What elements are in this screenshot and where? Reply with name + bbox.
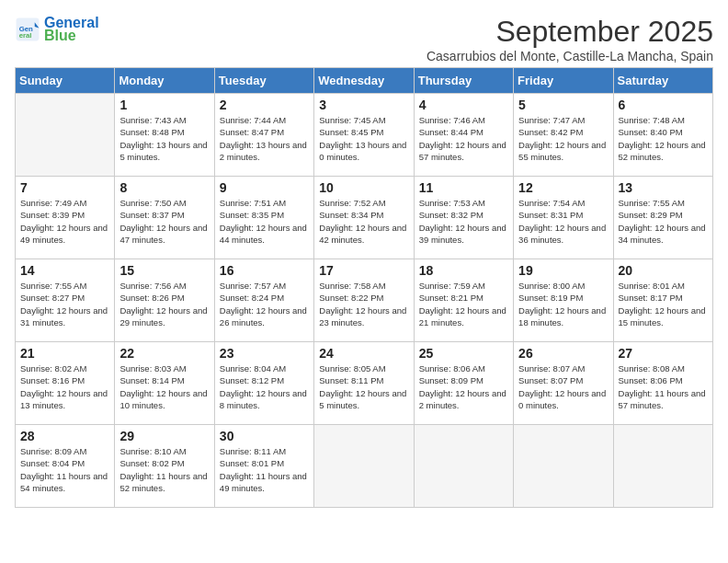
week-row-3: 14Sunrise: 7:55 AM Sunset: 8:27 PM Dayli… [16,259,713,342]
calendar-cell: 4Sunrise: 7:46 AM Sunset: 8:44 PM Daylig… [414,94,513,177]
day-number: 29 [119,429,209,443]
calendar-title: September 2025 [427,15,713,49]
day-number: 13 [619,180,708,195]
day-info: Sunrise: 8:03 AM Sunset: 8:14 PM Dayligh… [119,362,209,411]
weekday-header-wednesday: Wednesday [314,68,414,94]
weekday-header-friday: Friday [514,68,613,94]
day-number: 21 [20,346,109,361]
day-number: 5 [518,98,608,112]
day-number: 11 [419,180,508,195]
calendar-cell: 23Sunrise: 8:04 AM Sunset: 8:12 PM Dayli… [214,342,313,425]
week-row-2: 7Sunrise: 7:49 AM Sunset: 8:39 PM Daylig… [16,177,713,259]
day-info: Sunrise: 7:55 AM Sunset: 8:29 PM Dayligh… [619,197,708,246]
day-info: Sunrise: 7:47 AM Sunset: 8:42 PM Dayligh… [518,114,608,163]
day-info: Sunrise: 8:02 AM Sunset: 8:16 PM Dayligh… [20,362,109,411]
day-number: 3 [319,98,408,112]
day-info: Sunrise: 7:53 AM Sunset: 8:32 PM Dayligh… [419,197,508,246]
day-number: 14 [20,263,109,278]
calendar-cell [613,425,712,508]
weekday-header-thursday: Thursday [414,68,513,94]
day-info: Sunrise: 7:46 AM Sunset: 8:44 PM Dayligh… [419,114,508,163]
calendar-cell: 29Sunrise: 8:10 AM Sunset: 8:02 PM Dayli… [115,425,214,508]
day-number: 22 [119,346,209,361]
calendar-cell: 27Sunrise: 8:08 AM Sunset: 8:06 PM Dayli… [613,342,712,425]
weekday-header-tuesday: Tuesday [214,68,313,94]
day-number: 12 [518,180,608,195]
calendar-subtitle: Casarrubios del Monte, Castille-La Manch… [427,49,713,63]
week-row-1: 1Sunrise: 7:43 AM Sunset: 8:48 PM Daylig… [16,94,713,177]
calendar-cell [414,425,513,508]
calendar-cell: 26Sunrise: 8:07 AM Sunset: 8:07 PM Dayli… [514,342,613,425]
calendar-body: 1Sunrise: 7:43 AM Sunset: 8:48 PM Daylig… [16,94,713,508]
calendar-cell [314,425,414,508]
calendar-cell: 21Sunrise: 8:02 AM Sunset: 8:16 PM Dayli… [16,342,115,425]
day-number: 2 [220,98,309,112]
day-info: Sunrise: 7:59 AM Sunset: 8:21 PM Dayligh… [419,280,508,328]
calendar-cell: 22Sunrise: 8:03 AM Sunset: 8:14 PM Dayli… [115,342,214,425]
calendar-cell: 20Sunrise: 8:01 AM Sunset: 8:17 PM Dayli… [613,259,712,342]
calendar-cell [16,94,115,177]
calendar-cell: 3Sunrise: 7:45 AM Sunset: 8:45 PM Daylig… [314,94,414,177]
weekday-header-sunday: Sunday [16,68,115,94]
day-info: Sunrise: 8:00 AM Sunset: 8:19 PM Dayligh… [518,280,608,328]
day-info: Sunrise: 8:06 AM Sunset: 8:09 PM Dayligh… [419,362,508,411]
day-number: 19 [518,263,608,278]
calendar-table: SundayMondayTuesdayWednesdayThursdayFrid… [15,67,713,508]
day-number: 1 [119,98,209,112]
day-number: 17 [319,263,408,278]
day-number: 24 [319,346,408,361]
calendar-cell: 10Sunrise: 7:52 AM Sunset: 8:34 PM Dayli… [314,177,414,259]
calendar-cell: 28Sunrise: 8:09 AM Sunset: 8:04 PM Dayli… [16,425,115,508]
day-number: 16 [220,263,309,278]
day-info: Sunrise: 8:11 AM Sunset: 8:01 PM Dayligh… [220,445,309,494]
calendar-cell: 8Sunrise: 7:50 AM Sunset: 8:37 PM Daylig… [115,177,214,259]
week-row-4: 21Sunrise: 8:02 AM Sunset: 8:16 PM Dayli… [16,342,713,425]
calendar-cell: 1Sunrise: 7:43 AM Sunset: 8:48 PM Daylig… [115,94,214,177]
calendar-cell: 7Sunrise: 7:49 AM Sunset: 8:39 PM Daylig… [16,177,115,259]
calendar-cell: 2Sunrise: 7:44 AM Sunset: 8:47 PM Daylig… [214,94,313,177]
calendar-cell: 15Sunrise: 7:56 AM Sunset: 8:26 PM Dayli… [115,259,214,342]
day-number: 7 [20,180,109,195]
day-number: 26 [518,346,608,361]
day-number: 8 [119,180,209,195]
calendar-cell: 11Sunrise: 7:53 AM Sunset: 8:32 PM Dayli… [414,177,513,259]
day-info: Sunrise: 7:43 AM Sunset: 8:48 PM Dayligh… [119,114,209,163]
week-row-5: 28Sunrise: 8:09 AM Sunset: 8:04 PM Dayli… [16,425,713,508]
day-info: Sunrise: 7:44 AM Sunset: 8:47 PM Dayligh… [220,114,309,163]
calendar-cell: 17Sunrise: 7:58 AM Sunset: 8:22 PM Dayli… [314,259,414,342]
title-block: September 2025 Casarrubios del Monte, Ca… [427,15,713,63]
calendar-cell: 16Sunrise: 7:57 AM Sunset: 8:24 PM Dayli… [214,259,313,342]
day-info: Sunrise: 8:08 AM Sunset: 8:06 PM Dayligh… [619,362,708,411]
day-info: Sunrise: 7:49 AM Sunset: 8:39 PM Dayligh… [20,197,109,246]
day-info: Sunrise: 7:58 AM Sunset: 8:22 PM Dayligh… [319,280,408,328]
day-number: 9 [220,180,309,195]
day-info: Sunrise: 7:54 AM Sunset: 8:31 PM Dayligh… [518,197,608,246]
calendar-cell: 12Sunrise: 7:54 AM Sunset: 8:31 PM Dayli… [514,177,613,259]
calendar-cell [514,425,613,508]
day-info: Sunrise: 7:50 AM Sunset: 8:37 PM Dayligh… [119,197,209,246]
day-number: 4 [419,98,508,112]
day-info: Sunrise: 7:48 AM Sunset: 8:40 PM Dayligh… [619,114,708,163]
day-number: 30 [220,429,309,443]
day-info: Sunrise: 8:10 AM Sunset: 8:02 PM Dayligh… [119,445,209,494]
day-info: Sunrise: 8:05 AM Sunset: 8:11 PM Dayligh… [319,362,408,411]
day-number: 10 [319,180,408,195]
day-info: Sunrise: 7:52 AM Sunset: 8:34 PM Dayligh… [319,197,408,246]
calendar-cell: 9Sunrise: 7:51 AM Sunset: 8:35 PM Daylig… [214,177,313,259]
svg-text:eral: eral [19,31,32,40]
day-info: Sunrise: 8:01 AM Sunset: 8:17 PM Dayligh… [619,280,708,328]
day-info: Sunrise: 8:07 AM Sunset: 8:07 PM Dayligh… [518,362,608,411]
logo: Gen eral General Blue [15,15,99,44]
day-number: 28 [20,429,109,443]
day-info: Sunrise: 7:57 AM Sunset: 8:24 PM Dayligh… [220,280,309,328]
day-info: Sunrise: 7:55 AM Sunset: 8:27 PM Dayligh… [20,280,109,328]
calendar-cell: 24Sunrise: 8:05 AM Sunset: 8:11 PM Dayli… [314,342,414,425]
calendar-cell: 5Sunrise: 7:47 AM Sunset: 8:42 PM Daylig… [514,94,613,177]
day-number: 6 [619,98,708,112]
calendar-cell: 25Sunrise: 8:06 AM Sunset: 8:09 PM Dayli… [414,342,513,425]
day-info: Sunrise: 7:51 AM Sunset: 8:35 PM Dayligh… [220,197,309,246]
logo-icon: Gen eral [15,17,40,42]
calendar-cell: 13Sunrise: 7:55 AM Sunset: 8:29 PM Dayli… [613,177,712,259]
weekday-row: SundayMondayTuesdayWednesdayThursdayFrid… [16,68,713,94]
day-info: Sunrise: 8:09 AM Sunset: 8:04 PM Dayligh… [20,445,109,494]
